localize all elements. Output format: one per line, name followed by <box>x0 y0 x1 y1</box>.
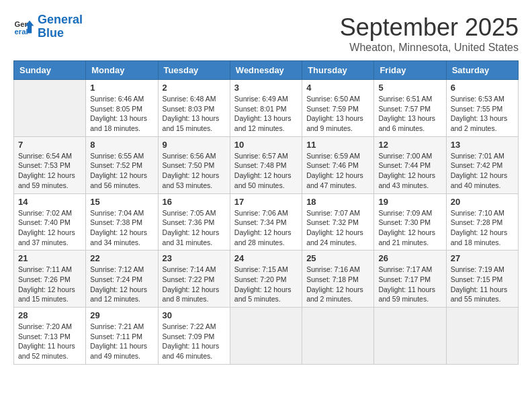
logo-line1: General <box>38 13 83 26</box>
calendar-week-2: 7Sunrise: 6:54 AM Sunset: 7:53 PM Daylig… <box>14 136 519 193</box>
title-area: September 2025 Wheaton, Minnesota, Unite… <box>340 13 519 54</box>
day-number: 14 <box>18 197 81 207</box>
calendar-cell: 1Sunrise: 6:46 AM Sunset: 8:05 PM Daylig… <box>86 80 158 137</box>
day-number: 23 <box>163 253 226 263</box>
logo: Gen eral General Blue <box>13 13 83 40</box>
calendar-cell: 27Sunrise: 7:19 AM Sunset: 7:15 PM Dayli… <box>446 250 518 308</box>
calendar-cell: 21Sunrise: 7:11 AM Sunset: 7:26 PM Dayli… <box>14 250 86 308</box>
calendar-cell: 5Sunrise: 6:51 AM Sunset: 7:57 PM Daylig… <box>374 80 446 137</box>
header-saturday: Saturday <box>446 61 518 80</box>
day-info: Sunrise: 7:04 AM Sunset: 7:38 PM Dayligh… <box>90 208 153 248</box>
calendar-week-3: 14Sunrise: 7:02 AM Sunset: 7:40 PM Dayli… <box>14 193 519 250</box>
day-number: 3 <box>234 83 298 93</box>
location: Wheaton, Minnesota, United States <box>340 42 519 54</box>
day-number: 24 <box>234 253 298 263</box>
calendar-cell <box>14 80 86 137</box>
day-number: 22 <box>90 253 153 263</box>
day-number: 26 <box>378 253 441 263</box>
calendar-cell: 2Sunrise: 6:48 AM Sunset: 8:03 PM Daylig… <box>158 80 230 137</box>
day-info: Sunrise: 7:20 AM Sunset: 7:13 PM Dayligh… <box>18 322 81 361</box>
day-number: 1 <box>90 83 153 93</box>
calendar-cell: 16Sunrise: 7:05 AM Sunset: 7:36 PM Dayli… <box>158 193 230 250</box>
day-number: 28 <box>18 310 81 320</box>
day-number: 20 <box>451 197 514 207</box>
header-wednesday: Wednesday <box>230 61 302 80</box>
calendar-cell: 24Sunrise: 7:15 AM Sunset: 7:20 PM Dayli… <box>230 250 302 308</box>
day-info: Sunrise: 7:00 AM Sunset: 7:44 PM Dayligh… <box>378 151 441 191</box>
calendar-cell: 18Sunrise: 7:07 AM Sunset: 7:32 PM Dayli… <box>302 193 374 250</box>
calendar-cell: 15Sunrise: 7:04 AM Sunset: 7:38 PM Dayli… <box>86 193 158 250</box>
day-number: 11 <box>306 140 369 150</box>
calendar-cell: 20Sunrise: 7:10 AM Sunset: 7:28 PM Dayli… <box>446 193 518 250</box>
calendar-cell: 11Sunrise: 6:59 AM Sunset: 7:46 PM Dayli… <box>302 136 374 193</box>
day-info: Sunrise: 6:50 AM Sunset: 7:59 PM Dayligh… <box>306 94 369 134</box>
day-info: Sunrise: 6:59 AM Sunset: 7:46 PM Dayligh… <box>306 151 369 191</box>
day-number: 18 <box>306 197 369 207</box>
calendar-cell: 3Sunrise: 6:49 AM Sunset: 8:01 PM Daylig… <box>230 80 302 137</box>
day-info: Sunrise: 7:21 AM Sunset: 7:11 PM Dayligh… <box>90 322 153 361</box>
day-number: 19 <box>378 197 441 207</box>
svg-text:eral: eral <box>15 28 28 36</box>
calendar-body: 1Sunrise: 6:46 AM Sunset: 8:05 PM Daylig… <box>14 80 519 365</box>
header-monday: Monday <box>86 61 158 80</box>
day-number: 29 <box>90 310 153 320</box>
day-info: Sunrise: 6:48 AM Sunset: 8:03 PM Dayligh… <box>163 94 226 134</box>
header-friday: Friday <box>374 61 446 80</box>
calendar-cell: 30Sunrise: 7:22 AM Sunset: 7:09 PM Dayli… <box>158 308 230 365</box>
logo-text: General Blue <box>38 13 83 40</box>
day-info: Sunrise: 7:19 AM Sunset: 7:15 PM Dayligh… <box>451 265 514 304</box>
day-info: Sunrise: 7:01 AM Sunset: 7:42 PM Dayligh… <box>451 151 514 191</box>
day-info: Sunrise: 6:56 AM Sunset: 7:50 PM Dayligh… <box>163 151 226 191</box>
day-info: Sunrise: 6:51 AM Sunset: 7:57 PM Dayligh… <box>378 94 441 134</box>
day-info: Sunrise: 7:22 AM Sunset: 7:09 PM Dayligh… <box>163 322 226 361</box>
calendar-cell <box>302 308 374 365</box>
day-number: 8 <box>90 140 153 150</box>
day-info: Sunrise: 6:57 AM Sunset: 7:48 PM Dayligh… <box>234 151 298 191</box>
day-info: Sunrise: 7:14 AM Sunset: 7:22 PM Dayligh… <box>163 265 226 304</box>
calendar-cell: 17Sunrise: 7:06 AM Sunset: 7:34 PM Dayli… <box>230 193 302 250</box>
calendar-week-5: 28Sunrise: 7:20 AM Sunset: 7:13 PM Dayli… <box>14 308 519 365</box>
calendar-table: SundayMondayTuesdayWednesdayThursdayFrid… <box>13 60 519 365</box>
calendar-cell: 19Sunrise: 7:09 AM Sunset: 7:30 PM Dayli… <box>374 193 446 250</box>
calendar-cell: 4Sunrise: 6:50 AM Sunset: 7:59 PM Daylig… <box>302 80 374 137</box>
day-info: Sunrise: 7:16 AM Sunset: 7:18 PM Dayligh… <box>306 265 369 304</box>
calendar-cell: 13Sunrise: 7:01 AM Sunset: 7:42 PM Dayli… <box>446 136 518 193</box>
calendar-cell: 9Sunrise: 6:56 AM Sunset: 7:50 PM Daylig… <box>158 136 230 193</box>
calendar-cell <box>230 308 302 365</box>
calendar-cell: 12Sunrise: 7:00 AM Sunset: 7:44 PM Dayli… <box>374 136 446 193</box>
day-info: Sunrise: 7:05 AM Sunset: 7:36 PM Dayligh… <box>163 208 226 248</box>
month-title: September 2025 <box>340 13 519 42</box>
day-info: Sunrise: 6:46 AM Sunset: 8:05 PM Dayligh… <box>90 94 153 134</box>
day-info: Sunrise: 7:12 AM Sunset: 7:24 PM Dayligh… <box>90 265 153 304</box>
header-tuesday: Tuesday <box>158 61 230 80</box>
calendar-cell: 7Sunrise: 6:54 AM Sunset: 7:53 PM Daylig… <box>14 136 86 193</box>
calendar-cell <box>446 308 518 365</box>
day-info: Sunrise: 7:15 AM Sunset: 7:20 PM Dayligh… <box>234 265 298 304</box>
day-info: Sunrise: 6:49 AM Sunset: 8:01 PM Dayligh… <box>234 94 298 134</box>
day-number: 16 <box>163 197 226 207</box>
day-info: Sunrise: 7:10 AM Sunset: 7:28 PM Dayligh… <box>451 208 514 248</box>
day-number: 27 <box>451 253 514 263</box>
header: Gen eral General Blue September 2025 Whe… <box>13 13 519 54</box>
logo-icon: Gen eral <box>13 16 35 38</box>
calendar-cell: 25Sunrise: 7:16 AM Sunset: 7:18 PM Dayli… <box>302 250 374 308</box>
day-info: Sunrise: 6:55 AM Sunset: 7:52 PM Dayligh… <box>90 151 153 191</box>
day-number: 25 <box>306 253 369 263</box>
day-number: 2 <box>163 83 226 93</box>
calendar-cell: 29Sunrise: 7:21 AM Sunset: 7:11 PM Dayli… <box>86 308 158 365</box>
day-number: 7 <box>18 140 81 150</box>
header-sunday: Sunday <box>14 61 86 80</box>
day-number: 4 <box>306 83 369 93</box>
day-number: 13 <box>451 140 514 150</box>
day-number: 15 <box>90 197 153 207</box>
header-thursday: Thursday <box>302 61 374 80</box>
calendar-cell: 23Sunrise: 7:14 AM Sunset: 7:22 PM Dayli… <box>158 250 230 308</box>
day-info: Sunrise: 7:06 AM Sunset: 7:34 PM Dayligh… <box>234 208 298 248</box>
calendar-cell: 6Sunrise: 6:53 AM Sunset: 7:55 PM Daylig… <box>446 80 518 137</box>
day-number: 30 <box>163 310 226 320</box>
calendar-cell: 14Sunrise: 7:02 AM Sunset: 7:40 PM Dayli… <box>14 193 86 250</box>
day-number: 10 <box>234 140 298 150</box>
calendar-cell: 26Sunrise: 7:17 AM Sunset: 7:17 PM Dayli… <box>374 250 446 308</box>
day-number: 9 <box>163 140 226 150</box>
calendar-week-1: 1Sunrise: 6:46 AM Sunset: 8:05 PM Daylig… <box>14 80 519 137</box>
